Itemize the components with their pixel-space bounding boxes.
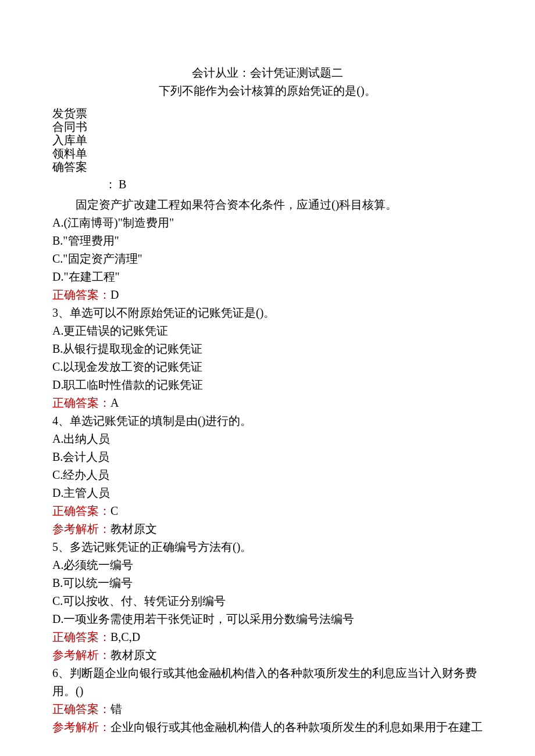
q2-opt-d: D."在建工程" bbox=[52, 268, 483, 286]
q1-opt-4: 领料单 bbox=[52, 147, 483, 160]
q4-explanation-text: 教材原文 bbox=[110, 522, 157, 535]
q6-stem: 6、判断题企业向银行或其他金融机构借入的各种款项所发生的利息应当计入财务费用。(… bbox=[52, 664, 483, 700]
q3-answer-value: A bbox=[110, 396, 119, 409]
explanation-label: 参考解析： bbox=[52, 648, 110, 661]
q1-answer-value: B bbox=[119, 178, 126, 191]
q2-opt-c: C."固定资产清理" bbox=[52, 250, 483, 268]
explanation-label: 参考解析： bbox=[52, 522, 110, 535]
q5-opt-c: C.可以按收、付、转凭证分别编号 bbox=[52, 592, 483, 610]
q4-stem: 4、单选记账凭证的填制是由()进行的。 bbox=[52, 412, 483, 430]
q6-explanation: 参考解析：企业向银行或其他金融机构借人的各种款项所发生的利息如果用于在建工 bbox=[52, 718, 483, 736]
answer-label: 正确答案： bbox=[52, 630, 110, 643]
answer-label: 正确答案： bbox=[52, 396, 110, 409]
answer-label: 正确答案： bbox=[52, 504, 110, 517]
q4-opt-b: B.会计人员 bbox=[52, 448, 483, 466]
q1-opt-2: 合同书 bbox=[52, 120, 483, 134]
q1-opt-1: 发货票 bbox=[52, 107, 483, 120]
q4-opt-c: C.经办人员 bbox=[52, 466, 483, 484]
explanation-label: 参考解析： bbox=[52, 721, 110, 733]
title-block: 会计从业：会计凭证测试题二 下列不能作为会计核算的原始凭证的是()。 bbox=[52, 64, 483, 100]
q6-answer: 正确答案：错 bbox=[52, 700, 483, 718]
q5-explanation: 参考解析：教材原文 bbox=[52, 646, 483, 664]
colon: ： bbox=[105, 178, 116, 191]
q4-answer: 正确答案：C bbox=[52, 502, 483, 520]
q3-stem: 3、单选可以不附原始凭证的记账凭证是()。 bbox=[52, 304, 483, 322]
q3-opt-c: C.以现金发放工资的记账凭证 bbox=[52, 358, 483, 376]
title-line-2: 下列不能作为会计核算的原始凭证的是()。 bbox=[52, 82, 483, 100]
answer-label: 正确答案： bbox=[52, 288, 110, 301]
q3-opt-d: D.职工临时性借款的记账凭证 bbox=[52, 376, 483, 394]
q6-answer-value: 错 bbox=[110, 703, 122, 715]
q5-answer-value: B,C,D bbox=[110, 630, 140, 643]
q5-explanation-text: 教材原文 bbox=[110, 648, 157, 661]
q2-answer-value: D bbox=[110, 288, 119, 301]
q1-ans-fragment: 确答案 bbox=[52, 160, 483, 174]
q4-opt-a: A.出纳人员 bbox=[52, 430, 483, 448]
q2-opt-a: A.(江南博哥)"制造费用" bbox=[52, 214, 483, 232]
q5-opt-b: B.可以统一编号 bbox=[52, 574, 483, 592]
q1-options: 发货票 合同书 入库单 领料单 确答案 bbox=[52, 107, 483, 174]
q6-explanation-text: 企业向银行或其他金融机构借人的各种款项所发生的利息如果用于在建工 bbox=[110, 721, 483, 733]
q4-explanation: 参考解析：教材原文 bbox=[52, 520, 483, 538]
q2-intro: 固定资产扩改建工程如果符合资本化条件，应通过()科目核算。 bbox=[52, 196, 483, 214]
q2-answer: 正确答案：D bbox=[52, 286, 483, 304]
title-line-1: 会计从业：会计凭证测试题二 bbox=[52, 64, 483, 82]
q4-answer-value: C bbox=[110, 504, 118, 517]
q3-answer: 正确答案：A bbox=[52, 394, 483, 412]
answer-label: 正确答案： bbox=[52, 703, 110, 715]
q5-opt-a: A.必须统一编号 bbox=[52, 556, 483, 574]
q5-answer: 正确答案：B,C,D bbox=[52, 628, 483, 646]
q4-opt-d: D.主管人员 bbox=[52, 484, 483, 502]
q3-opt-a: A.更正错误的记账凭证 bbox=[52, 322, 483, 340]
q3-opt-b: B.从银行提取现金的记账凭证 bbox=[52, 340, 483, 358]
q5-opt-d: D.一项业务需使用若干张凭证时，可以采用分数编号法编号 bbox=[52, 610, 483, 628]
q5-stem: 5、多选记账凭证的正确编号方法有()。 bbox=[52, 538, 483, 556]
q1-opt-3: 入库单 bbox=[52, 134, 483, 147]
q2-opt-b: B."管理费用" bbox=[52, 232, 483, 250]
q1-answer-row: ：B bbox=[105, 176, 483, 192]
